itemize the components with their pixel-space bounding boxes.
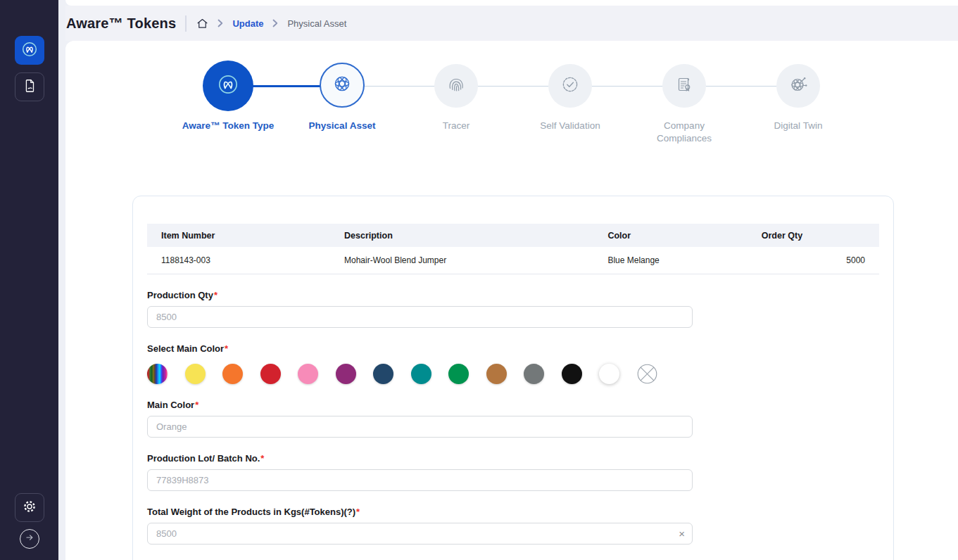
column-description: Description [330, 224, 593, 247]
column-item-number: Item Number [147, 224, 330, 247]
production-qty-label: Production Qty* [147, 290, 879, 300]
required-asterisk: * [195, 400, 198, 410]
color-swatch-white[interactable] [599, 364, 619, 384]
color-swatch-brown[interactable] [486, 364, 507, 384]
step-digital-twin[interactable] [776, 64, 820, 108]
step-company-compliances[interactable] [662, 64, 706, 108]
required-asterisk: * [260, 453, 264, 464]
main-color-label: Main Color* [147, 400, 879, 410]
certificate-icon [672, 72, 697, 100]
cell-description: Mohair-Wool Blend Jumper [330, 247, 593, 274]
chevron-right-icon [272, 19, 278, 27]
digital-twin-icon [786, 72, 811, 100]
column-color: Color [593, 224, 747, 247]
step-label-digital-twin: Digital Twin [750, 120, 846, 132]
sidebar [0, 0, 58, 560]
breadcrumb-update[interactable]: Update [232, 18, 263, 29]
step-label-physical-asset: Physical Asset [294, 120, 390, 132]
cell-color: Blue Melange [593, 247, 747, 274]
physical-asset-form-card: Item Number Description Color Order Qty … [132, 196, 894, 560]
order-item-table: Item Number Description Color Order Qty … [147, 224, 879, 274]
arrow-right-icon [25, 533, 34, 545]
cell-order-qty: 5000 [748, 247, 879, 274]
token-knot-icon [20, 40, 39, 61]
sidebar-item-aware-tokens[interactable] [15, 36, 44, 65]
step-label-self-validation: Self Validation [522, 120, 618, 132]
color-swatch-green[interactable] [448, 364, 469, 384]
fingerprint-icon [443, 72, 469, 100]
step-physical-asset[interactable] [320, 63, 365, 108]
scrolled-card-edge [65, 0, 958, 6]
cell-item-number: 1188143-003 [147, 247, 330, 274]
total-weight-input-wrap: × [147, 523, 693, 545]
table-row: 1188143-003 Mohair-Wool Blend Jumper Blu… [147, 247, 879, 274]
step-aware-token-type[interactable] [203, 61, 253, 111]
step-label-aware-token-type: Aware™ Token Type [180, 120, 276, 132]
production-lot-input[interactable] [147, 469, 693, 491]
production-lot-label: Production Lot/ Batch No.* [147, 453, 879, 464]
color-swatch-red[interactable] [260, 364, 281, 384]
required-asterisk: * [214, 290, 218, 300]
step-self-validation[interactable] [548, 64, 592, 108]
expand-sidebar-button[interactable] [20, 529, 39, 549]
settings-button[interactable] [15, 493, 44, 522]
column-order-qty: Order Qty [748, 224, 879, 247]
required-asterisk: * [356, 507, 360, 517]
sidebar-item-documents[interactable] [15, 72, 44, 101]
color-swatch-multicolor[interactable] [147, 364, 168, 384]
breadcrumb-current: Physical Asset [287, 18, 346, 29]
no-color-icon [637, 363, 657, 385]
yarn-ball-icon [329, 71, 355, 99]
total-weight-label: Total Weight of the Products in Kgs(#Tok… [147, 507, 879, 517]
gear-icon [22, 499, 37, 517]
breadcrumb: Update Physical Asset [196, 18, 346, 30]
token-knot-icon [216, 72, 240, 99]
chevron-right-icon [218, 19, 223, 27]
color-swatch-teal[interactable] [411, 364, 431, 384]
wizard-stepper: Aware™ Token Type Physical Asset [65, 41, 958, 160]
select-main-color-label: Select Main Color* [147, 343, 879, 354]
page-title: Aware™ Tokens [66, 15, 176, 32]
color-swatch-gray[interactable] [524, 364, 544, 384]
home-icon[interactable] [196, 18, 208, 30]
required-asterisk: * [225, 343, 228, 354]
page-header: Aware™ Tokens Update Physical Asset [65, 6, 958, 41]
color-swatch-row [147, 364, 879, 384]
color-swatch-magenta[interactable] [336, 364, 356, 384]
step-label-company-compliances: Company Compliances [636, 120, 732, 144]
color-swatch-none[interactable] [637, 364, 657, 384]
color-swatch-pink[interactable] [298, 364, 318, 384]
clear-icon[interactable]: × [679, 528, 685, 539]
title-divider [185, 15, 187, 32]
main-panel: Aware™ Token Type Physical Asset [65, 41, 958, 560]
seal-check-icon [557, 72, 583, 100]
color-swatch-black[interactable] [562, 364, 582, 384]
main-color-input[interactable] [147, 416, 693, 438]
table-header-row: Item Number Description Color Order Qty [147, 224, 879, 247]
document-icon [22, 78, 37, 96]
color-swatch-navy[interactable] [373, 364, 393, 384]
sidebar-bottom [0, 493, 58, 549]
production-qty-input[interactable] [147, 306, 693, 328]
step-tracer[interactable] [434, 64, 478, 108]
total-weight-input[interactable] [147, 523, 693, 545]
color-swatch-yellow[interactable] [185, 364, 206, 384]
step-label-tracer: Tracer [408, 120, 504, 132]
color-swatch-orange[interactable] [222, 364, 243, 384]
